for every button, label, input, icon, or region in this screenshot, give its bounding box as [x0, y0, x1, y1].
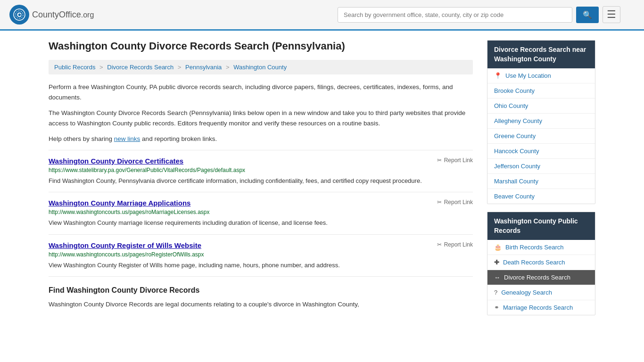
- record-url-0[interactable]: https://www.statelibrary.pa.gov/GeneralP…: [49, 167, 473, 173]
- nearby-county-ohio[interactable]: Ohio County: [487, 99, 595, 114]
- public-records-title: Washington County Public Records: [487, 212, 595, 240]
- report-label-0: Report Link: [444, 157, 473, 164]
- desc-para-2: The Washington County Divorce Records Se…: [49, 108, 473, 128]
- logo-area: C CountyOffice.org: [9, 5, 94, 25]
- nearby-county-marshall[interactable]: Marshall County: [487, 174, 595, 189]
- marriage-records-item[interactable]: ⚭ Marriage Records Search: [487, 300, 595, 315]
- logo-text[interactable]: CountyOffice.org: [32, 10, 94, 20]
- divorce-records-label: Divorce Records Search: [504, 274, 570, 281]
- genealogy-link[interactable]: Genealogy Search: [501, 289, 552, 296]
- logo-name: CountyOffice: [32, 10, 81, 19]
- record-desc-1: View Washington County marriage license …: [49, 218, 473, 228]
- nearby-county-jefferson[interactable]: Jefferson County: [487, 159, 595, 174]
- logo-icon: C: [9, 5, 29, 25]
- greene-county-link[interactable]: Greene County: [494, 132, 536, 140]
- brooke-county-link[interactable]: Brooke County: [494, 87, 535, 94]
- birth-records-link[interactable]: Birth Records Search: [505, 244, 564, 251]
- nearby-title: Divorce Records Search near Washington C…: [487, 41, 595, 68]
- record-desc-0: Find Washington County, Pennsylvania div…: [49, 176, 473, 186]
- record-title-2[interactable]: Washington County Register of Wills Webs…: [49, 241, 201, 249]
- public-records-title-text: Washington County Public Records: [494, 217, 578, 234]
- nearby-county-beaver[interactable]: Beaver County: [487, 189, 595, 204]
- find-section: Find Washington County Divorce Records W…: [49, 286, 473, 310]
- divorce-icon: ↔: [494, 274, 500, 281]
- birth-records-item[interactable]: 🎂 Birth Records Search: [487, 240, 595, 255]
- record-url-2[interactable]: http://www.washingtoncourts.us/pages/roR…: [49, 251, 473, 258]
- record-item-1: Washington County Marriage Applications …: [49, 192, 473, 234]
- breadcrumb-public-records[interactable]: Public Records: [54, 64, 95, 71]
- ohio-county-link[interactable]: Ohio County: [494, 102, 528, 109]
- birth-icon: 🎂: [494, 244, 502, 251]
- scissors-icon-0: ✂: [437, 157, 442, 164]
- record-title-1[interactable]: Washington County Marriage Applications: [49, 199, 190, 207]
- nearby-county-greene[interactable]: Greene County: [487, 129, 595, 144]
- scissors-icon-2: ✂: [437, 241, 442, 248]
- genealogy-icon: ?: [494, 289, 497, 296]
- desc-prefix: Help others by sharing: [49, 135, 114, 142]
- scissors-icon-1: ✂: [437, 199, 442, 206]
- menu-button[interactable]: ☰: [603, 6, 620, 23]
- find-section-title: Find Washington County Divorce Records: [49, 286, 473, 295]
- desc-para-3: Help others by sharing new links and rep…: [49, 134, 473, 144]
- search-area: 🔍 ☰: [338, 6, 620, 23]
- search-input[interactable]: [338, 7, 572, 23]
- nearby-county-brooke[interactable]: Brooke County: [487, 83, 595, 99]
- records-list: Washington County Divorce Certificates ✂…: [49, 150, 473, 277]
- report-link-button-2[interactable]: ✂ Report Link: [437, 241, 473, 248]
- record-desc-2: View Washington County Register of Wills…: [49, 261, 473, 270]
- allegheny-county-link[interactable]: Allegheny County: [494, 117, 542, 124]
- breadcrumb-sep-3: >: [226, 64, 230, 71]
- report-label-1: Report Link: [444, 199, 473, 206]
- nearby-county-allegheny[interactable]: Allegheny County: [487, 114, 595, 129]
- use-location-link[interactable]: Use My Location: [505, 72, 551, 79]
- jefferson-county-link[interactable]: Jefferson County: [494, 163, 540, 170]
- record-item-0: Washington County Divorce Certificates ✂…: [49, 150, 473, 192]
- hancock-county-link[interactable]: Hancock County: [494, 148, 539, 155]
- death-records-item[interactable]: ✚ Death Records Search: [487, 255, 595, 270]
- report-label-2: Report Link: [444, 241, 473, 248]
- breadcrumb-sep-1: >: [99, 64, 103, 71]
- search-icon: 🔍: [583, 11, 592, 19]
- desc-suffix: and reporting broken links.: [140, 135, 217, 142]
- breadcrumb-washington-county[interactable]: Washington County: [233, 64, 287, 71]
- record-item-2: Washington County Register of Wills Webs…: [49, 234, 473, 277]
- marriage-records-link[interactable]: Marriage Records Search: [503, 304, 573, 311]
- breadcrumb-pennsylvania[interactable]: Pennsylvania: [185, 64, 222, 71]
- breadcrumb-divorce-records[interactable]: Divorce Records Search: [107, 64, 173, 71]
- report-link-button-0[interactable]: ✂ Report Link: [437, 157, 473, 164]
- marriage-icon: ⚭: [494, 304, 499, 311]
- hamburger-icon: ☰: [607, 8, 616, 20]
- logo-suffix: .org: [81, 11, 94, 19]
- page-title: Washington County Divorce Records Search…: [49, 40, 473, 52]
- genealogy-item[interactable]: ? Genealogy Search: [487, 285, 595, 300]
- new-links-link[interactable]: new links: [114, 135, 140, 142]
- location-icon: 📍: [494, 72, 502, 79]
- nearby-county-hancock[interactable]: Hancock County: [487, 144, 595, 159]
- beaver-county-link[interactable]: Beaver County: [494, 193, 535, 200]
- find-section-desc: Washington County Divorce Records are le…: [49, 299, 473, 310]
- divorce-records-item[interactable]: ↔ Divorce Records Search: [487, 270, 595, 285]
- record-url-1[interactable]: http://www.washingtoncourts.us/pages/roM…: [49, 209, 473, 215]
- breadcrumb-sep-2: >: [178, 64, 182, 71]
- breadcrumb: Public Records > Divorce Records Search …: [49, 60, 473, 74]
- report-link-button-1[interactable]: ✂ Report Link: [437, 199, 473, 206]
- record-title-0[interactable]: Washington County Divorce Certificates: [49, 157, 183, 165]
- public-records-box: Washington County Public Records 🎂 Birth…: [487, 212, 595, 315]
- nearby-counties-box: Divorce Records Search near Washington C…: [487, 40, 595, 204]
- nearby-title-text: Divorce Records Search near Washington C…: [494, 46, 586, 63]
- desc-para-1: Perform a free Washington County, PA pub…: [49, 82, 473, 102]
- use-location-item[interactable]: 📍 Use My Location: [487, 68, 595, 83]
- death-icon: ✚: [494, 259, 499, 266]
- death-records-link[interactable]: Death Records Search: [503, 259, 565, 266]
- search-button[interactable]: 🔍: [576, 7, 599, 23]
- marshall-county-link[interactable]: Marshall County: [494, 178, 538, 185]
